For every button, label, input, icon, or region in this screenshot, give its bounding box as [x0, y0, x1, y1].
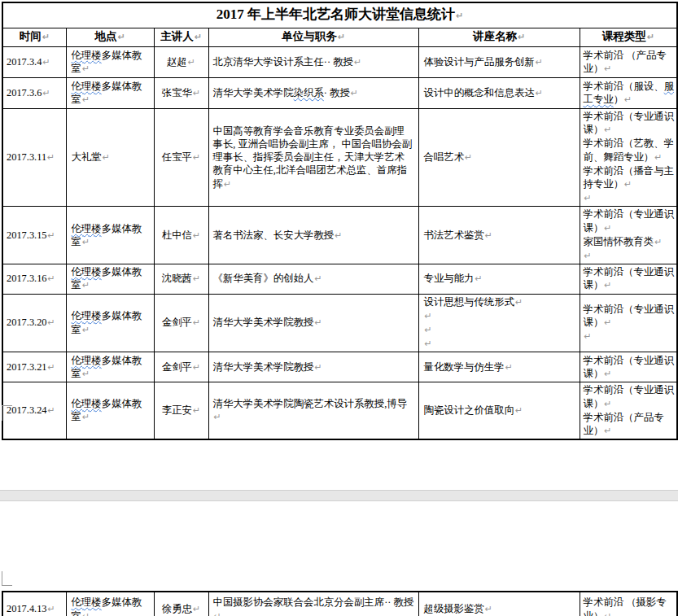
cell-paragraph: 学术前沿（服设、服工专业）↵: [584, 80, 676, 107]
cell-paragraph: 大礼堂↵: [72, 151, 147, 164]
text-boundary-corner-mark-top: [2, 571, 12, 586]
spellcheck-underline: 伦理楼: [72, 355, 102, 366]
cell-location: 伦理楼多媒体教室↵: [66, 294, 154, 352]
cell-unit-position: 中国摄影协会家联合会北京分会副主席·· 教授↵: [208, 592, 418, 616]
table-header-row: 时间↵地点↵主讲人↵单位与职务↵讲座名称↵课程类型↵: [2, 28, 677, 47]
cell-paragraph: 伦理楼多媒体教室↵: [72, 80, 147, 107]
cell-unit-position: 清华大学美术学院教授↵: [208, 352, 418, 382]
cell-lecture-name: 体验设计与产品服务创新↵: [418, 47, 580, 78]
cell-paragraph: 清华大学美术学院教授↵: [213, 316, 414, 330]
cell-paragraph: 学术前沿（产品专业）↵: [584, 411, 676, 438]
cell-lecture-name: 超级摄影鉴赏↵: [418, 592, 580, 616]
table-row: 2017.4.13↵伦理楼多媒体教室↵徐勇忠↵中国摄影协会家联合会北京分会副主席…: [2, 592, 677, 616]
column-header: 单位与职务↵: [208, 28, 418, 47]
cell-date: 2017.3.11↵: [2, 109, 66, 207]
cell-date: 2017.3.21↵: [2, 352, 66, 382]
paragraph-mark: ↵: [42, 32, 50, 42]
paragraph-mark: ↵: [117, 32, 125, 42]
cell-unit-position: 北京清华大学设计系主任·· 教授↵: [208, 47, 418, 78]
cell-speaker: 张宝华↵: [154, 78, 208, 109]
cell-paragraph: 伦理楼多媒体教室↵: [72, 397, 147, 424]
spellcheck-underline: 伦理楼: [72, 266, 102, 277]
cell-paragraph: 2017.3.11↵: [7, 151, 64, 164]
cell-date: 2017.3.20↵: [2, 294, 66, 352]
paragraph-mark: ↵: [624, 94, 632, 105]
paragraph-mark: ↵: [604, 369, 611, 379]
cell-paragraph: 陶瓷设计之价值取向↵: [424, 404, 575, 417]
cell-paragraph: 学术前沿（专业通识课）↵: [584, 208, 676, 234]
cell-unit-position: 清华大学美术学院染织系· 教授↵: [208, 78, 418, 109]
spellcheck-underline: 伦理楼: [72, 223, 102, 234]
cell-lecture-name: 设计思想与传统形式↵↵↵↵: [418, 294, 580, 352]
table-row: 2017.3.11↵大礼堂↵任宝平↵中国高等教育学会音乐教育专业委员会副理事长,…: [2, 109, 677, 207]
paragraph-mark: ↵: [604, 223, 611, 234]
paragraph-mark: ↵: [425, 339, 432, 349]
cell-course-type: 学术前沿（专业通识课）↵学术前沿（产品专业）↵: [580, 382, 677, 439]
cell-paragraph: 2017.3.15↵: [7, 229, 64, 242]
paragraph-mark: ↵: [82, 369, 90, 379]
cell-paragraph: ↵: [584, 191, 676, 205]
column-header: 地点↵: [66, 28, 154, 47]
paragraph-mark: ↵: [193, 362, 200, 373]
cell-course-type: 学术前沿（专业通识课）↵: [580, 264, 677, 294]
cell-paragraph: 伦理楼多媒体教室↵: [72, 222, 147, 249]
table-body: 2017.3.4↵伦理楼多媒体教室↵赵超↵北京清华大学设计系主任·· 教授↵体验…: [2, 47, 677, 440]
paragraph-mark: ↵: [214, 412, 221, 422]
paragraph-mark: ↵: [48, 273, 55, 284]
cell-speaker: 赵超↵: [154, 47, 208, 78]
cell-paragraph: 北京清华大学设计系主任·· 教授↵: [213, 55, 414, 69]
paragraph-mark: ↵: [42, 88, 50, 98]
paragraph-mark: ↵: [604, 611, 611, 616]
cell-location: 伦理楼多媒体教室↵: [66, 47, 154, 78]
cell-paragraph: 合唱艺术↵: [424, 151, 575, 164]
cell-speaker: 金剑平↵: [154, 352, 208, 382]
paragraph-mark: ↵: [536, 57, 543, 68]
paragraph-mark: ↵: [515, 405, 523, 416]
cell-paragraph: 任宝平↵: [156, 151, 207, 164]
paragraph-mark: ↵: [536, 88, 543, 98]
cell-paragraph: 2017.4.13↵: [7, 602, 64, 616]
cell-paragraph: 中国高等教育学会音乐教育专业委员会副理事长, 亚洲合唱协会副主席， 中国合唱协会…: [213, 125, 414, 191]
cell-unit-position: 中国高等教育学会音乐教育专业委员会副理事长, 亚洲合唱协会副主席， 中国合唱协会…: [208, 109, 418, 207]
paragraph-mark: ↵: [48, 362, 55, 373]
paragraph-mark: ↵: [647, 32, 654, 42]
cell-lecture-name: 量化数学与仿生学↵: [418, 352, 580, 382]
paragraph-mark: ↵: [584, 193, 592, 203]
cell-speaker: 金剑平↵: [154, 294, 208, 352]
cell-course-type: 学术前沿（专业通识课）↵↵: [580, 294, 677, 352]
cell-paragraph: 伦理楼多媒体教室↵: [72, 49, 147, 76]
cell-paragraph: 学术前沿（专业通识课）↵: [584, 110, 676, 137]
spellcheck-underline: 染织系: [294, 87, 324, 98]
cell-paragraph: 2017.3.21↵: [7, 360, 64, 374]
paragraph-mark: ↵: [314, 362, 322, 373]
cell-unit-position: 清华大学美术学院陶瓷艺术设计系教授,博导↵: [208, 382, 418, 439]
paragraph-mark: ↵: [624, 179, 632, 190]
cell-paragraph: 学术前沿（专业通识课）↵: [584, 303, 676, 330]
cell-date: 2017.3.16↵: [2, 264, 66, 294]
cell-paragraph: 《新华美育》的创始人↵: [213, 272, 414, 286]
cell-paragraph: 伦理楼多媒体教室↵: [72, 265, 147, 292]
spellcheck-underline: 伦理楼: [72, 50, 102, 61]
paragraph-mark: ↵: [654, 152, 662, 163]
paragraph-mark: ↵: [485, 230, 492, 241]
spellcheck-underline: 伦理楼: [72, 398, 102, 409]
cell-speaker: 任宝平↵: [154, 109, 208, 207]
paragraph-mark: ↵: [425, 311, 432, 321]
cell-paragraph: 设计思想与传统形式↵: [424, 295, 575, 309]
cell-course-type: 学术前沿（专业通识课）↵家国情怀教育类↵↵: [580, 207, 677, 264]
paragraph-mark: ↵: [82, 412, 90, 422]
cell-location: 大礼堂↵: [66, 109, 154, 207]
paragraph-mark: ↵: [48, 604, 55, 614]
cell-date: 2017.3.4↵: [2, 47, 66, 78]
paragraph-mark: ↵: [518, 32, 525, 42]
paragraph-mark: ↵: [604, 317, 611, 328]
text-boundary-corner-mark-bottom: [2, 405, 12, 421]
table-row: 2017.3.4↵伦理楼多媒体教室↵赵超↵北京清华大学设计系主任·· 教授↵体验…: [2, 47, 677, 78]
column-header: 课程类型↵: [580, 28, 677, 47]
cell-paragraph: 2017.3.6↵: [7, 86, 64, 100]
cell-paragraph: 家国情怀教育类↵: [584, 235, 676, 249]
cell-course-type: 学术前沿 （产品专业）↵: [580, 47, 677, 78]
cell-course-type: 学术前沿 （摄影专业）↵: [580, 592, 677, 616]
cell-paragraph: ↵: [584, 330, 676, 343]
cell-course-type: 学术前沿（服设、服工专业）↵: [580, 78, 677, 109]
